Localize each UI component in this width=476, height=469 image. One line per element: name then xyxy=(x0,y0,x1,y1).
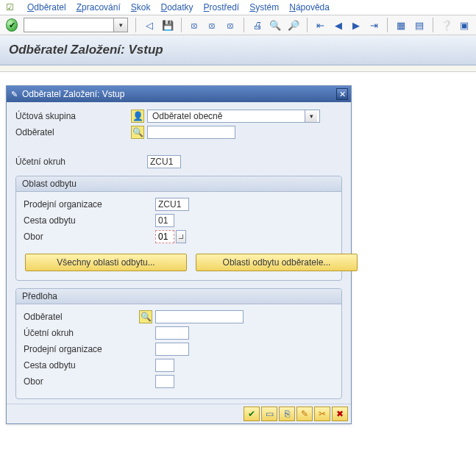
group-sales-area: Oblast odbytu Prodejní organizace Cesta … xyxy=(15,176,342,281)
row-customer: Odběratel 🔍 xyxy=(15,126,342,139)
division-input[interactable] xyxy=(155,230,174,243)
tmpl-customer-input[interactable] xyxy=(155,310,244,323)
sub-toolbar xyxy=(0,65,476,72)
row-sales-org: Prodejní organizace xyxy=(24,198,334,211)
search-icon: 🔍 xyxy=(139,310,152,323)
menu-prostredi[interactable]: Prostředí xyxy=(204,2,240,12)
footer-ok-button[interactable]: ✔ xyxy=(244,407,260,421)
all-sales-areas-button[interactable]: Všechny oblasti odbytu... xyxy=(25,254,187,271)
separator xyxy=(387,18,388,32)
footer-edit-button[interactable]: ✎ xyxy=(296,407,313,421)
footer-copy-button[interactable]: ⎘ xyxy=(279,407,295,421)
footer-address-button[interactable]: ▭ xyxy=(261,407,277,421)
back-icon[interactable]: ◁ xyxy=(143,18,155,32)
tmpl-sales-org-input[interactable] xyxy=(155,343,189,356)
company-code-input[interactable] xyxy=(147,155,181,168)
tmpl-row-company-code: Účetní okruh xyxy=(24,326,334,340)
row-dist-channel: Cesta odbytu xyxy=(24,214,334,227)
nav-cancel-icon[interactable]: ⦻ xyxy=(224,18,236,32)
find-icon[interactable]: 🔍 xyxy=(269,18,281,32)
menubar: ☑ Odběratel Zpracování Skok Dodatky Pros… xyxy=(0,0,476,15)
dialog-footer: ✔ ▭ ⎘ ✎ ✂ ✖ xyxy=(7,404,351,423)
account-group-value: Odběratel obecně xyxy=(150,111,305,121)
print-icon[interactable]: 🖨 xyxy=(252,18,263,32)
menu-skok[interactable]: Skok xyxy=(131,2,151,12)
tmpl-row-dist-channel: Cesta odbytu xyxy=(24,359,334,372)
command-field[interactable]: ▾ xyxy=(24,18,128,32)
menu-dodatky[interactable]: Dodatky xyxy=(160,2,193,12)
customer-search-icon-box[interactable]: 🔍 xyxy=(129,126,146,139)
tmpl-label-company-code: Účetní okruh xyxy=(24,328,138,338)
menu-odberatel[interactable]: Odběratel xyxy=(27,2,66,12)
label-customer: Odběratel xyxy=(15,127,129,137)
customer-input[interactable] xyxy=(147,126,235,139)
account-group-pre-icon[interactable]: 👤 xyxy=(129,110,146,123)
customer-sales-areas-button[interactable]: Oblasti odbytu odběratele... xyxy=(196,254,358,271)
layout-icon-1[interactable]: ▦ xyxy=(395,18,407,32)
group-sales-area-title: Oblast odbytu xyxy=(16,176,341,192)
help-icon[interactable]: ❔ xyxy=(441,18,452,32)
prev-page-icon[interactable]: ◀ xyxy=(333,18,344,32)
find-next-icon[interactable]: 🔎 xyxy=(288,18,299,32)
tmpl-row-customer: Odběratel 🔍 xyxy=(24,310,334,323)
footer-cut-button[interactable]: ✂ xyxy=(314,407,330,421)
page-title-area: Odběratel Založení: Vstup xyxy=(0,35,476,65)
row-division: Obor xyxy=(24,230,334,243)
tmpl-label-dist-channel: Cesta odbytu xyxy=(24,360,138,370)
command-history-drop[interactable]: ▾ xyxy=(113,18,127,32)
menu-system[interactable]: Systém xyxy=(249,2,279,12)
person-icon: 👤 xyxy=(131,110,144,123)
dialog-close-button[interactable]: ✕ xyxy=(336,88,348,100)
group-template-title: Předloha xyxy=(16,289,341,304)
dialog-title-text: Odběratel Založení: Vstup xyxy=(22,89,336,99)
dialog-body: Účtová skupina 👤 Odběratel obecně ▾ Odbě… xyxy=(7,102,351,404)
command-input[interactable] xyxy=(24,19,113,31)
menu-zpracovani[interactable]: Zpracování xyxy=(77,2,121,12)
dialog-titlebar[interactable]: ✎ Odběratel Založení: Vstup ✕ xyxy=(7,86,351,102)
dialog-icon: ✎ xyxy=(11,90,18,99)
content-area: ✎ Odběratel Založení: Vstup ✕ Účtová sku… xyxy=(0,72,476,430)
nav-back-icon[interactable]: ⦻ xyxy=(189,18,201,32)
first-page-icon[interactable]: ⇤ xyxy=(315,18,327,32)
label-dist-channel: Cesta odbytu xyxy=(24,215,138,226)
dialog-window: ✎ Odběratel Založení: Vstup ✕ Účtová sku… xyxy=(6,85,352,424)
search-icon: 🔍 xyxy=(131,126,144,139)
division-f4-button[interactable] xyxy=(176,230,186,243)
page-title: Odběratel Založení: Vstup xyxy=(9,43,467,57)
separator xyxy=(433,18,433,32)
layout-icon-2[interactable]: ▤ xyxy=(413,18,425,32)
tmpl-label-division: Obor xyxy=(24,376,138,387)
last-page-icon[interactable]: ⇥ xyxy=(368,18,380,32)
tmpl-label-customer: Odběratel xyxy=(24,312,138,322)
app-toolbar: ✔ ▾ ◁ 💾 ⦻ ⦻ ⦻ 🖨 🔍 🔎 ⇤ ◀ ▶ ⇥ ▦ ▤ ❔ ▣ xyxy=(0,15,476,35)
menu-toggle-icon[interactable]: ☑ xyxy=(6,2,14,12)
footer-cancel-button[interactable]: ✖ xyxy=(332,407,348,421)
tmpl-row-sales-org: Prodejní organizace xyxy=(24,343,334,356)
nav-exit-icon[interactable]: ⦻ xyxy=(207,18,219,32)
chevron-down-icon[interactable]: ▾ xyxy=(305,110,317,122)
dist-channel-input[interactable] xyxy=(155,214,174,227)
save-icon[interactable]: 💾 xyxy=(162,18,174,32)
menu-napoveda[interactable]: Nápověda xyxy=(289,2,330,12)
separator xyxy=(244,18,244,32)
separator xyxy=(307,18,308,32)
tmpl-label-sales-org: Prodejní organizace xyxy=(24,344,138,354)
next-page-icon[interactable]: ▶ xyxy=(350,18,362,32)
label-division: Obor xyxy=(24,232,138,242)
separator xyxy=(135,18,136,32)
tmpl-division-input[interactable] xyxy=(155,375,174,388)
tmpl-company-code-input[interactable] xyxy=(155,326,189,340)
tmpl-dist-channel-input[interactable] xyxy=(155,359,174,372)
row-account-group: Účtová skupina 👤 Odběratel obecně ▾ xyxy=(15,110,342,123)
label-company-code: Účetní okruh xyxy=(15,157,129,167)
group-template: Předloha Odběratel 🔍 Účetní okruh xyxy=(15,288,342,399)
local-layout-icon[interactable]: ▣ xyxy=(458,18,470,32)
tmpl-row-division: Obor xyxy=(24,375,334,388)
account-group-combo[interactable]: Odběratel obecně ▾ xyxy=(147,110,320,123)
label-sales-org: Prodejní organizace xyxy=(24,199,138,210)
tmpl-customer-search-icon-box[interactable]: 🔍 xyxy=(138,310,154,323)
enter-button[interactable]: ✔ xyxy=(6,18,18,32)
separator xyxy=(181,18,182,32)
label-account-group: Účtová skupina xyxy=(15,111,129,121)
sales-org-input[interactable] xyxy=(155,198,189,211)
